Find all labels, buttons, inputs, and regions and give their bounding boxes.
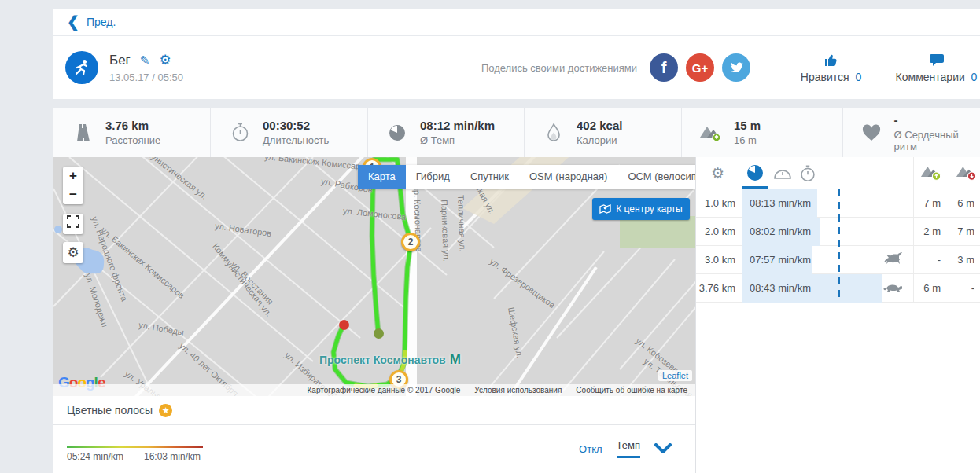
average-pace-line <box>838 189 840 302</box>
split-km: 3.0 km <box>696 246 742 274</box>
zoom-controls: + − <box>63 167 83 204</box>
split-gain: 7 m <box>913 189 949 218</box>
split-gain: - <box>913 246 949 274</box>
elevation-gain-column-icon <box>920 163 942 184</box>
zoom-out-button[interactable]: − <box>63 185 83 204</box>
route-end-dot <box>339 320 349 330</box>
stripe-toggles: Откл Темп <box>579 439 672 458</box>
metro-icon: М <box>450 352 461 368</box>
map-tab-gibrid[interactable]: Гибрид <box>406 165 460 189</box>
toggle-tempo[interactable]: Темп <box>617 439 640 458</box>
gradient-max-label: 16:03 min/km <box>144 451 201 462</box>
like-section[interactable]: Нравится 0 <box>776 36 886 99</box>
center-map-button[interactable]: К центру карты <box>592 198 690 220</box>
fullscreen-icon <box>67 215 79 228</box>
split-km: 3.76 km <box>696 274 742 302</box>
map-copyright: Картографические данные © 2017 Google <box>308 386 461 394</box>
km-marker-2[interactable]: 2 <box>401 233 420 251</box>
map-tab-karta[interactable]: Карта <box>358 165 406 189</box>
activity-title-block: Бег ✎ ⚙ 13.05.17 / 05:50 <box>109 52 183 83</box>
street-label: Тепличная ул. <box>456 195 468 252</box>
split-pace: 08:43 min/km <box>750 274 811 302</box>
stat-calories: 402 kcalКалории <box>525 108 682 157</box>
splits-header: ⚙ <box>696 157 980 189</box>
like-label: Нравится 0 <box>801 71 861 83</box>
activity-page: ❮ Пред. Бег ✎ ⚙ 13.05.17 / 05:50 Поделис… <box>53 0 980 473</box>
pace-gradient-bar <box>67 446 203 448</box>
split-km: 1.0 km <box>696 189 742 218</box>
chevron-down-icon[interactable] <box>654 443 672 454</box>
elevation-loss-column-icon <box>956 163 978 184</box>
runner-icon <box>72 57 92 78</box>
splits-panel: ⚙ <box>695 157 980 473</box>
split-pace: 08:02 min/km <box>750 218 811 246</box>
edit-pencil-icon[interactable]: ✎ <box>140 53 150 68</box>
colored-stripes-title: Цветные полосы <box>67 404 153 416</box>
map-attribution: Картографические данные © 2017 Google Ус… <box>53 384 695 396</box>
split-gain: 6 m <box>913 274 949 302</box>
twitter-bird-icon <box>729 60 744 75</box>
active-tab-underline <box>742 186 768 189</box>
stat-heartrate: -Ø Сердечный ритм <box>843 108 980 157</box>
googleplus-share-button[interactable]: G+ <box>686 53 714 82</box>
stat-pace: 08:12 min/kmØ Темп <box>368 108 525 157</box>
tab-pace[interactable] <box>746 163 764 185</box>
route-map[interactable]: Коммунистическая ул. ул. Бакинских Комис… <box>53 157 695 396</box>
map-type-tabs: Карта Гибрид Спутник OSM (народная) ОСМ … <box>358 165 695 189</box>
chevron-left-icon: ❮ <box>67 14 79 29</box>
comments-count: 0 <box>971 71 978 83</box>
tab-speed[interactable] <box>773 166 792 182</box>
split-loss: 6 m <box>949 189 980 218</box>
facebook-icon: f <box>661 59 667 77</box>
pace-tab-icon <box>746 163 764 182</box>
map-tab-sputnik[interactable]: Спутник <box>460 165 519 189</box>
report-error-link[interactable]: Сообщить об ошибке на карте <box>576 386 687 394</box>
heart-icon <box>860 124 883 141</box>
zoom-in-button[interactable]: + <box>63 167 83 185</box>
stat-duration: 00:30:52Длительность <box>211 108 368 157</box>
gradient-min-label: 05:24 min/km <box>67 451 123 462</box>
comment-bubble-icon <box>929 53 945 68</box>
terms-link[interactable]: Условия использования <box>474 386 562 394</box>
fullscreen-button[interactable] <box>63 214 83 234</box>
leaflet-attribution[interactable]: Leaflet <box>658 370 692 381</box>
gear-icon: ⚙ <box>67 245 79 260</box>
comments-section[interactable]: Комментарии 0 <box>886 36 980 99</box>
split-pace: 07:57 min/km <box>750 246 811 274</box>
activity-avatar <box>65 51 98 84</box>
back-link[interactable]: ❮ Пред. <box>67 15 116 30</box>
stat-elevation: 15 m16 m <box>682 108 843 157</box>
slowest-turtle-icon <box>883 280 902 295</box>
fastest-rabbit-icon <box>883 252 902 267</box>
twitter-share-button[interactable] <box>722 53 750 82</box>
map-tab-osm[interactable]: OSM (народная) <box>519 165 618 189</box>
pace-icon <box>385 123 409 142</box>
share-zone: Поделись своими достижениями f G+ Нравит… <box>481 36 980 99</box>
facebook-share-button[interactable]: f <box>650 53 678 82</box>
activity-datetime: 13.05.17 / 05:50 <box>109 72 183 83</box>
activity-header: Бег ✎ ⚙ 13.05.17 / 05:50 Поделись своими… <box>53 36 980 99</box>
toggle-off[interactable]: Откл <box>579 443 602 455</box>
speedometer-icon <box>773 166 792 180</box>
split-loss: 3 m <box>949 246 980 274</box>
route-start-dot <box>374 328 384 339</box>
flame-icon <box>542 123 566 143</box>
map-settings-button[interactable]: ⚙ <box>63 242 83 263</box>
activity-settings-gear-icon[interactable]: ⚙ <box>159 52 171 68</box>
colored-stripes-body: 05:24 min/km 16:03 min/km Откл Темп <box>53 425 695 473</box>
stopwatch-icon <box>228 122 252 143</box>
back-label: Пред. <box>87 16 116 28</box>
tab-duration[interactable] <box>799 164 816 185</box>
split-gain: 2 m <box>913 218 949 246</box>
stat-distance: 3.76 kmРасстояние <box>53 108 211 157</box>
colored-stripes-header: Цветные полосы ★ <box>53 396 695 425</box>
activity-title: Бег <box>109 53 131 68</box>
split-pace: 08:13 min/km <box>750 189 811 218</box>
googleplus-icon: G+ <box>692 61 708 75</box>
share-label: Поделись своими достижениями <box>481 62 637 74</box>
map-tab-osm-velo[interactable]: ОСМ (велосипедная) <box>617 165 695 189</box>
splits-settings-gear-icon[interactable]: ⚙ <box>711 164 724 182</box>
comments-label: Комментарии 0 <box>896 71 978 83</box>
split-loss: - <box>949 274 980 302</box>
stats-bar: 3.76 kmРасстояние 00:30:52Длительность 0… <box>53 108 980 157</box>
